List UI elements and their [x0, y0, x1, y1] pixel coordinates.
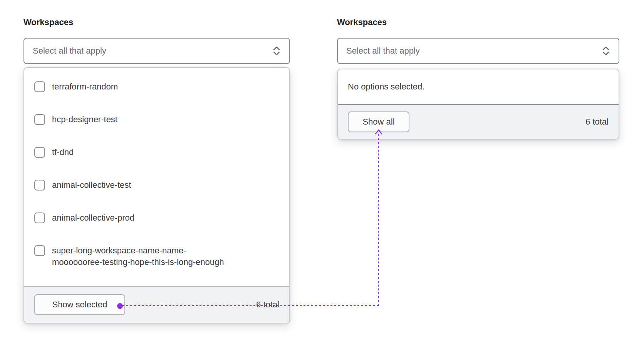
- caret-up-down-icon: [272, 46, 281, 56]
- option-row[interactable]: hcp-designer-test: [34, 114, 279, 125]
- option-row[interactable]: tf-dnd: [34, 147, 279, 158]
- trigger-placeholder: Select all that apply: [33, 46, 272, 56]
- annotation-dot: [117, 303, 123, 309]
- workspaces-field-left: Workspaces Select all that apply terrafo…: [23, 17, 290, 324]
- checkbox-unchecked[interactable]: [34, 212, 45, 223]
- options-list: terraform-random hcp-designer-test tf-dn…: [24, 68, 289, 286]
- show-selected-button[interactable]: Show selected: [34, 294, 125, 315]
- option-label: hcp-designer-test: [52, 114, 117, 125]
- option-row[interactable]: animal-collective-prod: [34, 212, 279, 224]
- option-label: tf-dnd: [52, 147, 74, 158]
- option-row[interactable]: terraform-random: [34, 81, 279, 93]
- trigger-placeholder: Select all that apply: [346, 46, 602, 56]
- empty-message: No options selected.: [338, 69, 619, 104]
- annotation-line-vertical: [378, 134, 379, 306]
- option-label: animal-collective-test: [52, 179, 131, 191]
- option-label: super-long-workspace-name-name-moooooore…: [52, 245, 230, 268]
- checkbox-unchecked[interactable]: [34, 81, 45, 92]
- select-trigger[interactable]: Select all that apply: [23, 38, 290, 64]
- checkbox-unchecked[interactable]: [34, 147, 45, 158]
- field-label: Workspaces: [337, 17, 619, 28]
- option-label: terraform-random: [52, 81, 118, 93]
- checkbox-unchecked[interactable]: [34, 245, 45, 256]
- checkbox-unchecked[interactable]: [34, 114, 45, 125]
- field-label: Workspaces: [23, 17, 290, 28]
- dropdown-panel: terraform-random hcp-designer-test tf-dn…: [23, 67, 290, 324]
- annotation-line-horizontal: [122, 305, 379, 306]
- option-row[interactable]: super-long-workspace-name-name-moooooore…: [34, 245, 279, 268]
- option-row[interactable]: animal-collective-test: [34, 179, 279, 191]
- select-trigger[interactable]: Select all that apply: [337, 38, 619, 64]
- caret-up-down-icon: [602, 46, 610, 56]
- checkbox-unchecked[interactable]: [34, 180, 45, 191]
- workspaces-field-right: Workspaces Select all that apply No opti…: [337, 17, 619, 140]
- arrow-up-icon: [375, 129, 382, 135]
- total-count: 6 total: [256, 300, 279, 310]
- panel-footer: Show selected 6 total: [24, 286, 289, 323]
- total-count: 6 total: [585, 117, 609, 127]
- option-label: animal-collective-prod: [52, 212, 134, 224]
